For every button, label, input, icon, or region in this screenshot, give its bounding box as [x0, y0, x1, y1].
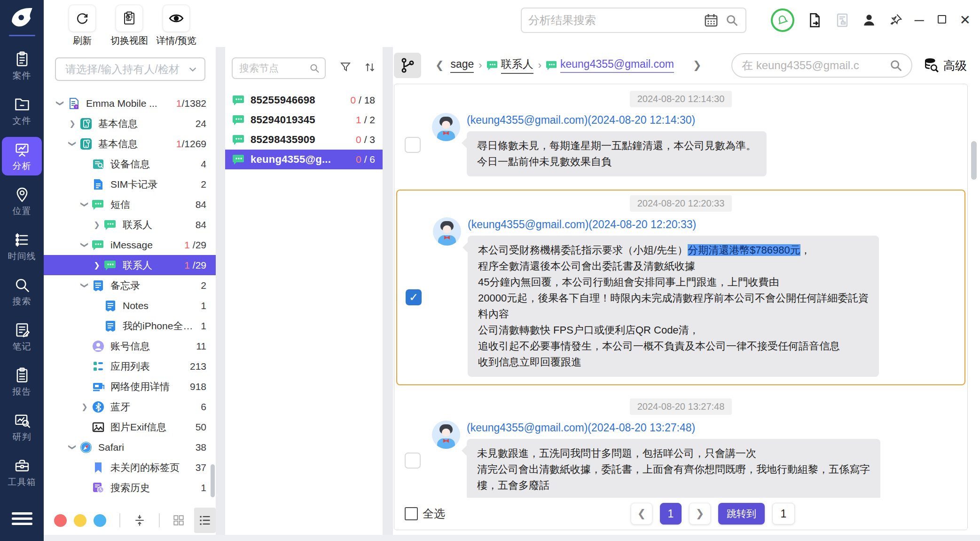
owner-select-dropdown[interactable]: 请选择/输入持有人/检材 [55, 57, 205, 81]
tree-item[interactable]: ❯ 账号信息11 [44, 336, 216, 356]
tree-item[interactable]: ❯ 搜索历史1 [44, 477, 216, 498]
close-button[interactable]: ✕ [960, 14, 971, 27]
tree-item-label: Safari [98, 442, 192, 453]
sidebar-item-timeline[interactable]: 时间线 [2, 227, 42, 266]
chevron-down-icon[interactable]: ❯ [68, 440, 77, 454]
jump-to-button[interactable]: 跳转到 [718, 503, 765, 525]
tree-item[interactable]: ❯ i 基本信息24 [44, 113, 216, 134]
messages-header: ❮ sage › 联系人 › keung4355@gmail.com ❯ [393, 47, 980, 84]
tree-item[interactable]: ❯ 应用列表213 [44, 356, 216, 376]
memo-icon [104, 319, 117, 333]
tree-view-button[interactable] [394, 53, 421, 78]
red-dot-filter[interactable] [54, 514, 67, 527]
maximize-button[interactable] [936, 14, 948, 27]
sidebar-item-location[interactable]: 位置 [2, 182, 42, 221]
message-sender-link[interactable]: (keung4355@gmail.com)(2024-08-20 12:14:3… [467, 114, 767, 127]
notification-bell-button[interactable] [771, 8, 794, 32]
user-icon[interactable] [862, 13, 876, 27]
chevron-right-icon[interactable]: ❯ [65, 119, 79, 128]
tree-item[interactable]: ❯ 我的iPhone全部...1 [44, 316, 216, 336]
advanced-search-label: 高级 [943, 58, 967, 73]
sidebar-item-research[interactable]: 研判 [2, 408, 42, 446]
chevron-down-icon[interactable]: ❯ [56, 96, 65, 111]
tree-item[interactable]: ❯ Safari38 [44, 437, 216, 457]
sidebar-item-files[interactable]: 文件 [2, 92, 42, 130]
node-list-item[interactable]: 85255946698 0 / 18 [225, 90, 383, 110]
chevron-right-icon[interactable]: ❯ [90, 261, 104, 270]
jump-page-input[interactable] [772, 503, 795, 525]
filter-icon[interactable] [339, 61, 352, 73]
yellow-dot-filter[interactable] [74, 514, 86, 527]
sidebar-item-analysis[interactable]: 分析 [2, 137, 42, 175]
tree-item[interactable]: ❯ Notes1 [44, 295, 216, 316]
advanced-search-button[interactable]: 高级 [924, 57, 967, 73]
tree-item[interactable]: ❯ 嵌套证据识别1 [44, 498, 216, 501]
chevron-right-icon[interactable]: ❯ [90, 220, 104, 229]
sidebar-item-case[interactable]: 案件 [2, 47, 42, 85]
tree-item[interactable]: ❯ 联系人1 /29 [44, 255, 216, 275]
panel-divider [216, 47, 225, 541]
chevron-down-icon[interactable]: ❯ [68, 137, 77, 151]
grid-view-button[interactable] [168, 508, 190, 533]
breadcrumb-item-contacts[interactable]: 联系人 [487, 57, 533, 74]
breadcrumb-back[interactable]: ❮ [433, 59, 446, 72]
node-search [232, 57, 326, 79]
chat-icon [104, 259, 117, 272]
message-search-input[interactable] [742, 59, 889, 72]
next-page-button[interactable]: ❯ [689, 503, 711, 525]
tree-item[interactable]: ❯ ? Emma Mobile ...1/1382 [44, 93, 216, 113]
breadcrumb-forward[interactable]: ❯ [691, 59, 703, 72]
sidebar-item-report[interactable]: 报告 [2, 363, 42, 401]
tree-item[interactable]: ❯ 图片Exif信息50 [44, 417, 216, 437]
node-list-item[interactable]: 85298435909 0 / 3 [225, 130, 383, 150]
node-search-input[interactable] [239, 63, 309, 74]
tree-item[interactable]: ❯ 网络使用详情918 [44, 376, 216, 397]
tree-item[interactable]: ❯ 备忘录2 [44, 275, 216, 295]
export-icon[interactable] [807, 12, 823, 28]
tree-item[interactable]: ❯ 蓝牙6 [44, 397, 216, 417]
page-number-button[interactable]: 1 [660, 503, 682, 525]
sort-icon[interactable] [364, 61, 376, 73]
tree-scrollbar[interactable] [211, 464, 215, 497]
sidebar-item-notes[interactable]: 笔记 [2, 318, 42, 356]
refresh-button[interactable]: 刷新 [59, 5, 106, 47]
collapse-all-button[interactable] [129, 508, 150, 533]
message-checkbox[interactable] [405, 137, 421, 153]
tree-item[interactable]: ❯ 未关闭的标签页37 [44, 457, 216, 477]
chat-icon [233, 134, 245, 146]
sidebar-item-toolbox[interactable]: 工具箱 [2, 453, 42, 492]
switch-view-button[interactable]: 切换视图 [106, 5, 153, 47]
chevron-right-icon[interactable]: ❯ [78, 402, 92, 411]
calendar-icon[interactable] [704, 13, 718, 27]
chevron-down-icon[interactable]: ❯ [80, 278, 89, 293]
message-sender-link[interactable]: (keung4355@gmail.com)(2024-08-20 13:27:4… [467, 422, 880, 434]
list-view-button[interactable] [194, 508, 216, 533]
node-list-item[interactable]: keung4355@g... 0 / 6 [225, 150, 383, 169]
tree-item[interactable]: ❯ i 基本信息1/1269 [44, 134, 216, 154]
detail-preview-button[interactable]: 详情/预览 [153, 5, 200, 47]
tree-item[interactable]: ❯ 设备信息4 [44, 154, 216, 174]
breadcrumb-item-sage[interactable]: sage [450, 58, 474, 73]
sidebar-item-search[interactable]: 搜索 [2, 272, 42, 311]
message-checkbox[interactable] [405, 453, 421, 469]
chevron-down-icon[interactable]: ❯ [80, 238, 89, 252]
scrollbar-thumb[interactable] [971, 141, 977, 180]
messages-scrollbar[interactable] [971, 90, 977, 525]
minimize-button[interactable]: ─ [915, 14, 924, 27]
tree-item[interactable]: ❯ iMessage1 /29 [44, 235, 216, 255]
menu-icon[interactable] [12, 509, 32, 528]
node-list-item[interactable]: 85294019345 1 / 2 [225, 110, 383, 130]
prev-page-button[interactable]: ❮ [631, 503, 652, 525]
message-sender-link[interactable]: (keung4355@gmail.com)(2024-08-20 12:20:3… [468, 218, 879, 231]
tree-item[interactable]: ❯ SIM卡记录2 [44, 174, 216, 194]
global-search-input[interactable] [528, 14, 704, 27]
message-checkbox[interactable]: ✓ [406, 289, 422, 305]
chevron-down-icon[interactable]: ❯ [80, 198, 89, 212]
search-icon[interactable] [725, 13, 739, 27]
select-all-checkbox[interactable]: 全选 [405, 506, 445, 521]
blue-dot-filter[interactable] [94, 514, 106, 527]
breadcrumb-item-current[interactable]: keung4355@gmail.com [546, 58, 674, 73]
tree-item[interactable]: ❯ 短信84 [44, 194, 216, 215]
tree-item[interactable]: ❯ 联系人84 [44, 215, 216, 235]
pin-icon[interactable] [888, 13, 902, 27]
